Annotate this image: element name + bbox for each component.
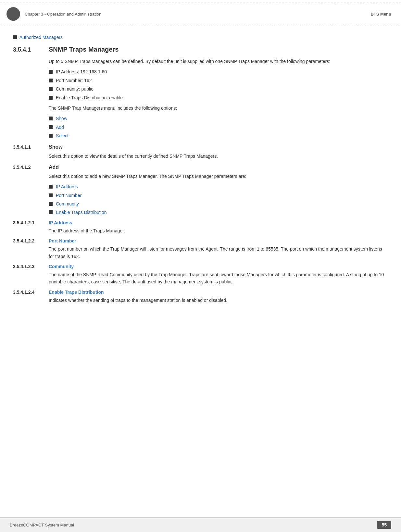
list-item: Community	[49, 200, 388, 207]
bullet-icon	[49, 210, 53, 214]
section-3541-intro: Up to 5 SNMP Traps Managers can be defin…	[49, 58, 388, 65]
list-item: IP Address: 192.168.1.60	[49, 68, 388, 75]
menu-link-show[interactable]: Show	[56, 115, 67, 122]
list-item: Port Number: 162	[49, 77, 388, 84]
section-354124-body: Indicates whether the sending of traps t…	[49, 297, 388, 304]
section-354122-heading: 3.5.4.1.2.2 Port Number	[13, 238, 388, 243]
bullet-icon	[49, 87, 53, 91]
param-link-ip[interactable]: IP Address	[56, 183, 78, 190]
param-link-enable-traps[interactable]: Enable Traps Distribution	[56, 209, 107, 216]
param-link-port[interactable]: Port Number	[56, 192, 81, 199]
section-354121-heading: 3.5.4.1.2.1 IP Address	[13, 220, 388, 225]
section-35412-intro: Select this option to add a new SNMP Tra…	[49, 173, 388, 180]
section-354124-number: 3.5.4.1.2.4	[13, 290, 42, 295]
section-35412-title: Add	[49, 164, 59, 170]
chapter-icon	[6, 7, 20, 21]
bullet-icon	[13, 35, 17, 39]
section-354122-number: 3.5.4.1.2.2	[13, 238, 42, 243]
section-354124-heading: 3.5.4.1.2.4 Enable Traps Distribution	[13, 290, 388, 295]
section-354122-title: Port Number	[49, 238, 76, 243]
header-left: Chapter 3 - Operation and Administration	[6, 7, 101, 21]
bullet-icon	[49, 96, 53, 100]
section-354121-number: 3.5.4.1.2.1	[13, 220, 42, 225]
list-item: Port Number	[49, 192, 388, 199]
section-3541-heading: 3.5.4.1 SNMP Traps Managers	[13, 46, 388, 53]
menu-intro-text: The SNMP Trap Managers menu includes the…	[49, 105, 388, 112]
page-footer: BreezeCOMPACT System Manual 55	[0, 517, 401, 532]
default-item-1: IP Address: 192.168.1.60	[56, 68, 107, 75]
list-item: Show	[49, 115, 388, 122]
list-item: Enable Traps Distribution: enable	[49, 94, 388, 101]
authorized-managers-link[interactable]: Authorized Managers	[19, 35, 63, 40]
list-item: Add	[49, 124, 388, 131]
section-35411-title: Show	[49, 144, 63, 150]
section-35411-heading: 3.5.4.1.1 Show	[13, 144, 388, 150]
section-354121-title: IP Address	[49, 220, 72, 225]
menu-link-add[interactable]: Add	[56, 124, 64, 131]
page-header: Chapter 3 - Operation and Administration…	[0, 3, 401, 25]
chapter-label: Chapter 3 - Operation and Administration	[25, 12, 101, 17]
default-item-3: Community: public	[56, 85, 93, 93]
section-354123-heading: 3.5.4.1.2.3 Community	[13, 264, 388, 269]
param-link-community[interactable]: Community	[56, 200, 79, 207]
list-item: Enable Traps Distribution	[49, 209, 388, 216]
bullet-icon	[49, 79, 53, 82]
section-354124-title: Enable Traps Distribution	[49, 290, 104, 295]
list-item: Select	[49, 132, 388, 139]
list-item: IP Address	[49, 183, 388, 190]
section-354121-body: The IP address of the Traps Manager.	[49, 227, 388, 234]
list-item: Community: public	[49, 85, 388, 93]
bullet-icon	[49, 117, 53, 120]
section-3541-title: SNMP Traps Managers	[49, 46, 119, 53]
bullet-icon	[49, 70, 53, 74]
bullet-icon	[49, 185, 53, 189]
section-35411-body: Select this option to view the details o…	[49, 153, 388, 160]
authorized-managers-link-item[interactable]: Authorized Managers	[13, 35, 388, 40]
page-content: Authorized Managers 3.5.4.1 SNMP Traps M…	[0, 25, 401, 333]
section-35411-number: 3.5.4.1.1	[13, 144, 42, 150]
default-item-4: Enable Traps Distribution: enable	[56, 94, 123, 101]
section-354122-body: The port number on which the Trap Manage…	[49, 245, 388, 260]
page-number: 55	[377, 521, 391, 529]
bullet-icon	[49, 193, 53, 197]
bullet-icon	[49, 134, 53, 138]
bts-menu-label: BTS Menu	[370, 12, 391, 17]
menu-link-select[interactable]: Select	[56, 132, 69, 139]
default-item-2: Port Number: 162	[56, 77, 92, 84]
section-354123-number: 3.5.4.1.2.3	[13, 264, 42, 269]
bullet-icon	[49, 202, 53, 206]
section-35412-number: 3.5.4.1.2	[13, 165, 42, 170]
bullet-icon	[49, 125, 53, 129]
footer-label: BreezeCOMPACT System Manual	[10, 523, 74, 527]
section-3541-number: 3.5.4.1	[13, 46, 42, 53]
section-354123-body: The name of the SNMP Read Community used…	[49, 271, 388, 286]
section-354123-title: Community	[49, 264, 74, 269]
section-35412-heading: 3.5.4.1.2 Add	[13, 164, 388, 170]
